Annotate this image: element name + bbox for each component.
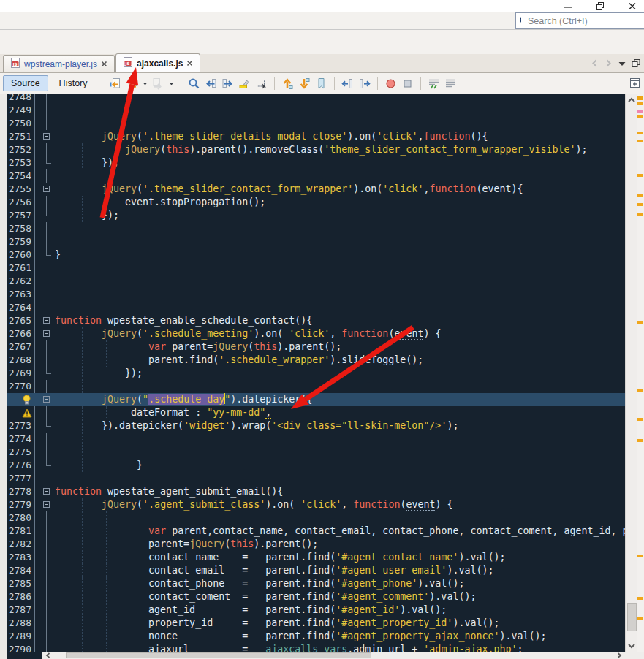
code-line[interactable]: 2774: [7, 433, 625, 446]
line-number[interactable]: 2776: [7, 459, 31, 472]
line-number[interactable]: 2789: [7, 630, 31, 643]
record-macro-icon[interactable]: [384, 77, 398, 90]
error-stripe-mark[interactable]: [637, 140, 643, 142]
code-line[interactable]: 2753 });: [7, 156, 625, 169]
line-number[interactable]: 2751: [7, 130, 31, 143]
code-line[interactable]: 2784 contact_email = parent.find('#agent…: [7, 564, 625, 577]
error-stripe-mark[interactable]: [637, 321, 643, 324]
line-number[interactable]: 2766: [7, 327, 31, 340]
shift-left-icon[interactable]: [341, 77, 355, 90]
line-number[interactable]: 2777: [7, 472, 31, 485]
uncomment-icon[interactable]: [444, 77, 458, 90]
tab-list-button[interactable]: [618, 59, 626, 68]
line-number[interactable]: 2761: [7, 262, 31, 275]
code-line[interactable]: 2750: [7, 117, 625, 130]
error-stripe-mark[interactable]: [637, 194, 643, 197]
code-line[interactable]: 2769 });: [7, 367, 625, 380]
error-stripe-mark[interactable]: [637, 174, 643, 177]
code-line[interactable]: 2782 parent=jQuery(this).parent();: [7, 538, 625, 551]
line-number[interactable]: 2762: [7, 275, 31, 288]
code-line[interactable]: 2789 nonce = parent.find('#agent_propert…: [7, 630, 625, 643]
line-number[interactable]: 2781: [7, 525, 31, 538]
fold-collapse-box[interactable]: [43, 488, 50, 495]
code-line[interactable]: jQuery(".schedule_day").datepicker({: [7, 393, 625, 406]
code-line[interactable]: 2754: [7, 169, 625, 183]
previous-bookmark-icon[interactable]: [281, 77, 295, 90]
scroll-down-button[interactable]: [626, 641, 636, 650]
code-line[interactable]: 2766 jQuery('.schedule_meeting').on( 'cl…: [7, 327, 625, 340]
error-stripe-mark[interactable]: [637, 213, 643, 216]
error-stripe-mark[interactable]: [637, 418, 643, 421]
error-stripe-mark[interactable]: [637, 389, 643, 392]
code-line[interactable]: 2770: [7, 380, 625, 393]
highlight-search-icon[interactable]: [238, 77, 251, 90]
scroll-up-button[interactable]: [626, 95, 636, 104]
code-line[interactable]: 2764: [7, 301, 625, 314]
line-number[interactable]: 2752: [7, 143, 31, 156]
error-stripe-mark[interactable]: [637, 115, 643, 118]
code-line[interactable]: 2748: [7, 94, 625, 104]
error-stripe-mark[interactable]: [637, 203, 643, 206]
code-line[interactable]: 2788 property_id = parent.find('#agent_p…: [7, 617, 625, 630]
line-number[interactable]: 2756: [7, 196, 31, 209]
maximize-editor-button[interactable]: [629, 77, 641, 92]
next-bookmark-icon[interactable]: [298, 77, 311, 90]
line-number[interactable]: 2749: [7, 104, 31, 117]
line-number[interactable]: 2757: [7, 209, 31, 222]
fold-collapse-box[interactable]: [43, 317, 50, 324]
tab-scroll-left-button[interactable]: [590, 58, 599, 68]
code-line[interactable]: 2767 var parent=jQuery(this).parent();: [7, 340, 625, 354]
code-line[interactable]: 2781 var parent,contact_name, contact_em…: [7, 525, 625, 538]
line-number[interactable]: 2783: [7, 551, 31, 564]
tab-ajaxcalls.js[interactable]: JSajaxcalls.js: [115, 53, 200, 72]
fold-collapse-box[interactable]: [43, 330, 50, 337]
code-line[interactable]: 2752 jQuery(this).parent().removeClass('…: [7, 143, 625, 156]
code-line[interactable]: 2783 contact_name = parent.find('#agent_…: [7, 551, 625, 564]
fold-collapse-box[interactable]: [43, 501, 50, 508]
shift-right-icon[interactable]: [357, 77, 371, 90]
line-number[interactable]: 2788: [7, 617, 31, 630]
tab-wpstream-player.js[interactable]: JSwpstream-player.js: [3, 55, 115, 72]
code-line[interactable]: 2785 contact_phone = parent.find('#agent…: [7, 577, 625, 590]
fold-collapse-box[interactable]: [43, 133, 50, 140]
code-line[interactable]: 2765function wpestate_enable_schedule_co…: [7, 314, 625, 327]
code-line[interactable]: 2759: [7, 235, 625, 248]
code-line[interactable]: 2775: [7, 446, 625, 459]
comment-icon[interactable]: [427, 77, 441, 90]
code-line[interactable]: 2779 jQuery('.agent_submit_class').on( '…: [7, 498, 625, 511]
maximize-window-icon[interactable]: [631, 58, 641, 68]
line-number[interactable]: 2780: [7, 511, 31, 525]
code-line[interactable]: 2763: [7, 288, 625, 301]
line-number[interactable]: 2787: [7, 603, 31, 617]
close-button[interactable]: [621, 0, 643, 12]
history-view-button[interactable]: History: [51, 75, 96, 91]
code-line[interactable]: 2749: [7, 104, 625, 117]
code-line[interactable]: 2758: [7, 222, 625, 235]
dropdown-icon[interactable]: [168, 77, 175, 90]
code-line[interactable]: 2757 });: [7, 209, 625, 222]
toggle-bookmark-icon[interactable]: [314, 77, 328, 90]
line-number[interactable]: 2790: [7, 643, 31, 652]
jump-forward-icon[interactable]: [151, 77, 165, 90]
error-stripe-mark[interactable]: [637, 597, 643, 600]
code-line[interactable]: 2776 }: [7, 459, 625, 472]
error-stripe-mark[interactable]: [637, 132, 643, 134]
line-number[interactable]: 2750: [7, 117, 31, 130]
stop-macro-icon[interactable]: [401, 77, 414, 90]
line-number[interactable]: 2778: [7, 485, 31, 498]
line-number[interactable]: 2755: [7, 183, 31, 196]
line-number[interactable]: 2785: [7, 577, 31, 590]
code-line[interactable]: 2787 agent_id = parent.find('#agent_id')…: [7, 603, 625, 617]
dropdown-icon[interactable]: [142, 77, 148, 90]
code-line[interactable]: 2777: [7, 472, 625, 485]
error-stripe-mark[interactable]: [637, 617, 643, 620]
line-number[interactable]: 2760: [7, 248, 31, 262]
line-number[interactable]: 2773: [7, 419, 31, 433]
line-number[interactable]: 2784: [7, 564, 31, 577]
code-line[interactable]: 2786 contact_coment = parent.find('#agen…: [7, 590, 625, 603]
horizontal-scrollbar[interactable]: [7, 652, 625, 659]
find-previous-icon[interactable]: [204, 77, 218, 90]
scroll-left-button[interactable]: [43, 650, 53, 659]
vertical-scrollbar[interactable]: [625, 94, 637, 652]
rectangular-selection-icon[interactable]: [254, 77, 268, 90]
